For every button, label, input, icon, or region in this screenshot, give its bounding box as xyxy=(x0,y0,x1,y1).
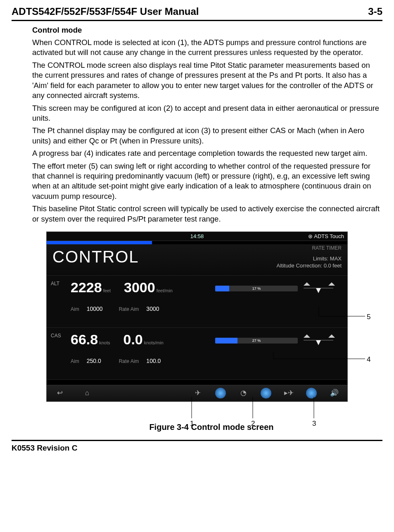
body-para: The CONTROL mode screen also displays re… xyxy=(32,60,382,101)
figure-caption: Figure 3-4 Control mode screen xyxy=(46,422,377,432)
alt-progress-pct: 17 % xyxy=(215,286,298,291)
brand-label: ⊛ ADTS Touch xyxy=(308,232,344,241)
clock: 14:58 xyxy=(190,233,204,239)
channel-cas: CAS 66.8knots 0.0knots/min Aim 250.0 Rat… xyxy=(47,328,347,380)
body-para: When CONTROL mode is selected at icon (1… xyxy=(32,38,382,58)
svg-marker-3 xyxy=(316,288,321,293)
svg-marker-6 xyxy=(328,334,335,338)
cas-progress-bar: 27 % xyxy=(215,338,298,344)
manual-title: ADTS542F/552F/553F/554F User Manual xyxy=(12,5,199,18)
body-para: This screen may be configured at icon (2… xyxy=(32,103,382,124)
channel-alt: ALT 2228feet 3000feet/min Aim 10000 Rate… xyxy=(47,276,347,328)
title-area: RATE TIMER CONTROL Limits: MAX Altitude … xyxy=(47,244,347,276)
limits-line: Limits: MAX xyxy=(276,255,342,262)
aim-label: Aim xyxy=(71,358,79,365)
rate-aim-label: Rate Aim xyxy=(119,358,139,365)
body-para: A progress bar (4) indicates rate and pe… xyxy=(32,148,382,158)
pt-display-toggle[interactable] xyxy=(306,388,317,398)
svg-marker-2 xyxy=(328,282,335,286)
cas-rate-value: 0.0 xyxy=(123,332,142,347)
channel-label: CAS xyxy=(47,328,71,379)
figure-wrapper: 14:58 ⊛ ADTS Touch RATE TIMER CONTROL Li… xyxy=(46,231,377,432)
page-number: 3-5 xyxy=(368,5,382,18)
gauge-icon[interactable]: ◔ xyxy=(233,387,253,399)
body-para: The effort meter (5) can swing left or r… xyxy=(32,161,382,202)
alt-rate-value: 3000 xyxy=(124,279,155,295)
svg-marker-7 xyxy=(316,340,321,345)
alt-value: 2228 xyxy=(71,279,102,295)
alt-correction-line: Altitude Correction: 0.0 feet xyxy=(276,262,342,269)
cas-value: 66.8 xyxy=(71,332,98,347)
rate-aim-label: Rate Aim xyxy=(119,306,139,313)
body-para: The Pt channel display may be configured… xyxy=(32,126,382,146)
alt-effort-meter xyxy=(302,281,335,296)
channel-label: ALT xyxy=(47,276,71,327)
device-screen: 14:58 ⊛ ADTS Touch RATE TIMER CONTROL Li… xyxy=(46,231,348,402)
alt-unit: feet xyxy=(103,288,111,293)
ge-logo-icon: ⊛ xyxy=(308,233,313,239)
body-para: This baseline Pitot Static control scree… xyxy=(32,204,382,224)
control-mode-toggle[interactable] xyxy=(215,388,226,398)
speaker-icon[interactable]: 🔊 xyxy=(324,387,344,399)
callout-4: 4 xyxy=(367,355,370,364)
section-heading: Control mode xyxy=(32,25,382,35)
svg-marker-5 xyxy=(304,334,310,338)
home-icon[interactable]: ⌂ xyxy=(77,387,97,399)
alt-airspeed-icon[interactable]: ▸✈ xyxy=(279,387,299,399)
status-bar: 14:58 ⊛ ADTS Touch xyxy=(47,232,347,241)
aircraft-icon[interactable]: ✈ xyxy=(188,387,208,399)
callout-5: 5 xyxy=(367,313,370,322)
units-toggle[interactable] xyxy=(261,388,271,398)
alt-progress-bar: 17 % xyxy=(215,286,298,291)
brand-text: ADTS Touch xyxy=(314,233,344,239)
back-icon[interactable]: ↩ xyxy=(50,387,70,399)
footer-revision: K0553 Revision C xyxy=(12,440,382,453)
cas-rate-aim-field[interactable]: 100.0 xyxy=(146,357,171,365)
aim-label: Aim xyxy=(71,306,79,313)
limits-block: Limits: MAX Altitude Correction: 0.0 fee… xyxy=(276,255,342,269)
cas-unit: knots xyxy=(99,340,110,345)
cas-rate-unit: knots/min xyxy=(144,340,164,345)
top-progress-strip xyxy=(47,241,152,244)
alt-aim-field[interactable]: 10000 xyxy=(87,305,112,313)
cas-effort-meter xyxy=(302,333,335,348)
alt-rate-aim-field[interactable]: 3000 xyxy=(146,305,171,313)
alt-rate-unit: feet/min xyxy=(157,288,173,293)
page-header: ADTS542F/552F/553F/554F User Manual 3-5 xyxy=(12,5,382,21)
bottom-toolbar: ↩ ⌂ ✈ ◔ ▸✈ 🔊 xyxy=(47,385,347,401)
svg-marker-1 xyxy=(304,282,310,286)
cas-progress-pct: 27 % xyxy=(215,338,298,344)
cas-aim-field[interactable]: 250.0 xyxy=(87,357,112,365)
rate-timer-label: RATE TIMER xyxy=(312,245,342,252)
